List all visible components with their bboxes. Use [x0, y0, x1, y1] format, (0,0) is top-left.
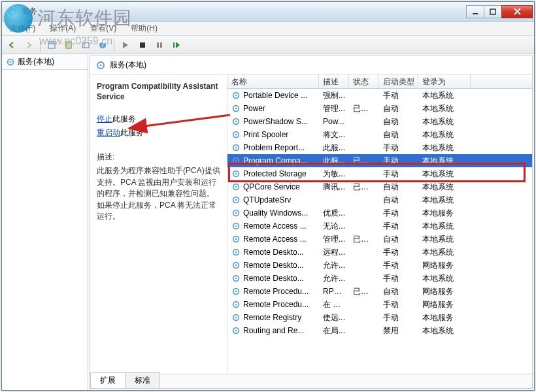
- tree-panel: 服务(本地): [2, 54, 88, 390]
- cell-name: Remote Access ...: [227, 221, 319, 231]
- cell-startup: 手动: [379, 90, 418, 101]
- table-row[interactable]: Remote Procedu...RPC...已启动自动网络服务: [227, 285, 532, 298]
- window-title: 服务: [22, 6, 467, 17]
- col-name[interactable]: 名称: [227, 74, 319, 88]
- gear-icon: [6, 57, 15, 67]
- cell-desc: 为敏...: [319, 169, 349, 180]
- menu-action[interactable]: 操作(A): [46, 22, 80, 35]
- restart-service-button[interactable]: [169, 38, 184, 52]
- gear-icon: [231, 91, 241, 100]
- svg-point-36: [235, 186, 237, 188]
- col-desc[interactable]: 描述: [319, 74, 349, 88]
- table-row[interactable]: QPCore Service腾讯...已启动自动本地系统: [227, 180, 532, 193]
- stop-service-button[interactable]: [135, 38, 150, 52]
- menu-view[interactable]: 查看(V): [86, 22, 120, 35]
- svg-point-58: [235, 330, 237, 332]
- stop-suffix: 此服务: [112, 114, 136, 123]
- view-tabs: 扩展 标准: [90, 374, 532, 388]
- cell-logon: 本地系统: [418, 221, 471, 232]
- close-button[interactable]: [501, 5, 533, 18]
- table-row[interactable]: Portable Device ...强制...手动本地系统: [227, 89, 532, 102]
- col-startup[interactable]: 启动类型: [379, 74, 418, 88]
- show-hide-button[interactable]: [44, 38, 59, 52]
- table-row[interactable]: Print Spooler将文...自动本地系统: [227, 128, 532, 141]
- svg-rect-14: [157, 42, 159, 48]
- help-button[interactable]: ?: [95, 38, 110, 52]
- tab-extended[interactable]: 扩展: [90, 372, 126, 388]
- minimize-button[interactable]: [466, 5, 484, 18]
- toolbar-separator: [114, 39, 114, 52]
- table-row[interactable]: Power管理...已启动自动本地系统: [227, 102, 532, 115]
- cell-logon: 本地系统: [418, 182, 471, 193]
- table-row[interactable]: Remote Deskto...远程...手动本地系统: [227, 246, 532, 259]
- cell-desc: 此服...: [319, 142, 349, 154]
- table-row[interactable]: PowerShadow S...Pow...自动本地系统: [227, 115, 532, 128]
- cell-desc: RPC...: [319, 287, 349, 296]
- cell-startup: 手动: [379, 312, 418, 323]
- menu-file[interactable]: 文件(F): [6, 22, 39, 35]
- table-row[interactable]: Protected Storage为敏...手动本地系统: [227, 167, 532, 180]
- table-row[interactable]: Remote Access ...管理...已启动自动本地系统: [227, 233, 532, 246]
- col-logon[interactable]: 登录为: [418, 74, 471, 88]
- cell-name: QPCore Service: [227, 182, 319, 191]
- forward-button[interactable]: [22, 38, 36, 52]
- menu-help[interactable]: 帮助(H): [127, 22, 161, 35]
- cell-status: 已启动: [349, 103, 379, 114]
- pause-service-button[interactable]: [152, 38, 167, 52]
- cell-startup: 手动: [379, 299, 418, 310]
- svg-point-1: [11, 10, 14, 13]
- content-header-label: 服务(本地): [110, 59, 146, 71]
- cell-name: Print Spooler: [227, 130, 319, 139]
- stop-link[interactable]: 停止: [97, 114, 112, 123]
- service-action-links: 停止此服务 重启动此服务: [97, 114, 220, 139]
- table-row[interactable]: Problem Report...此服...手动本地系统: [227, 141, 532, 154]
- svg-rect-6: [48, 42, 55, 48]
- refresh-button[interactable]: [78, 38, 93, 52]
- content-panel: 服务(本地) Program Compatibility Assistant S…: [90, 56, 533, 389]
- table-row[interactable]: Quality Windows...优质...手动本地服务: [227, 206, 532, 220]
- table-row[interactable]: QTUpdateSrv自动本地系统: [227, 193, 532, 206]
- gear-icon: [231, 261, 241, 270]
- table-row[interactable]: Routing and Re...在局...禁用本地系统: [227, 324, 532, 337]
- cell-startup: 手动: [379, 221, 418, 232]
- cell-logon: 本地系统: [418, 103, 471, 114]
- start-service-button[interactable]: [118, 38, 133, 52]
- tree-root[interactable]: 服务(本地): [2, 54, 88, 70]
- tab-standard[interactable]: 标准: [125, 372, 160, 388]
- cell-name: Program Compa...: [227, 156, 319, 165]
- svg-point-24: [235, 108, 237, 110]
- cell-logon: 网络服务: [418, 299, 471, 310]
- cell-name: Remote Registry: [227, 313, 319, 322]
- cell-startup: 手动: [379, 260, 418, 271]
- cell-name: Remote Deskto...: [227, 261, 319, 270]
- cell-name: Protected Storage: [227, 169, 319, 178]
- maximize-button[interactable]: [484, 5, 502, 18]
- cell-logon: 本地系统: [418, 116, 471, 127]
- cell-desc: 将文...: [319, 129, 349, 140]
- table-row[interactable]: Remote Deskto...允许...手动本地系统: [227, 272, 532, 285]
- table-row[interactable]: Remote Deskto...允许...手动网络服务: [227, 259, 532, 272]
- main-body: 服务(本地) 服务(本地) Program Compatibility Assi…: [2, 54, 534, 390]
- restart-suffix: 此服务: [120, 128, 144, 137]
- table-row[interactable]: Remote Registry使远...手动本地服务: [227, 311, 532, 324]
- table-row[interactable]: Program Compa...此服...已启动手动本地系统: [227, 154, 532, 167]
- table-body[interactable]: Portable Device ...强制...手动本地系统Power管理...…: [227, 89, 532, 374]
- table-row[interactable]: Remote Procedu...在 W...手动网络服务: [227, 298, 532, 311]
- cell-logon: 网络服务: [418, 260, 471, 271]
- cell-logon: 本地系统: [418, 90, 471, 101]
- col-status[interactable]: 状态: [349, 74, 379, 88]
- cell-status: 已启动: [349, 155, 379, 167]
- cell-logon: 网络服务: [418, 286, 471, 297]
- svg-point-18: [10, 61, 12, 63]
- export-button[interactable]: [61, 38, 76, 52]
- table-row[interactable]: Remote Access ...无论...手动本地系统: [227, 220, 532, 233]
- restart-link[interactable]: 重启动: [97, 128, 120, 137]
- back-button[interactable]: [5, 38, 19, 52]
- split-body: Program Compatibility Assistant Service …: [90, 74, 532, 374]
- cell-name: Problem Report...: [227, 143, 319, 152]
- gear-icon: [231, 326, 241, 335]
- svg-point-46: [235, 252, 237, 253]
- svg-point-48: [235, 265, 237, 267]
- cell-status: 已启动: [349, 234, 379, 245]
- menubar: 文件(F) 操作(A) 查看(V) 帮助(H): [2, 22, 534, 36]
